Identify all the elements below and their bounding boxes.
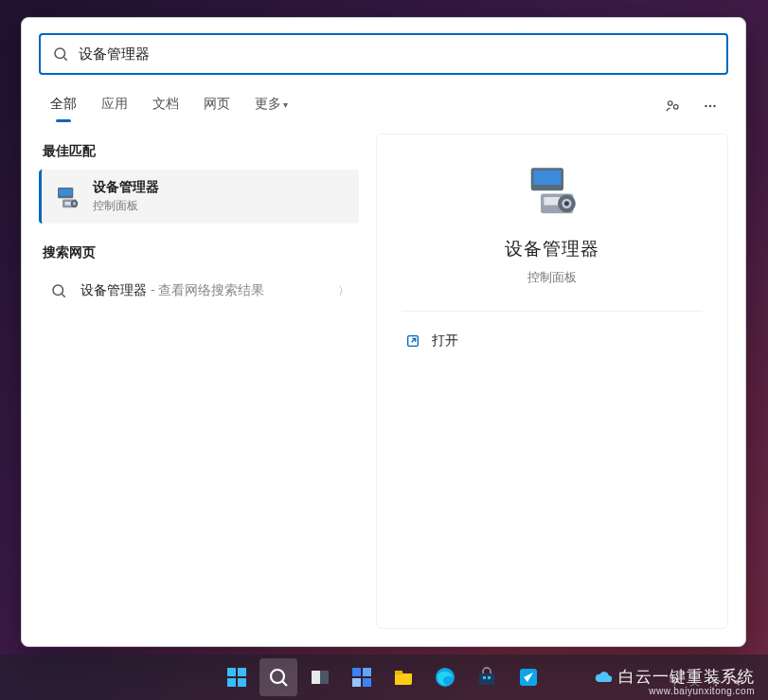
svg-point-27 bbox=[271, 670, 284, 683]
svg-point-41 bbox=[715, 684, 716, 685]
tab-documents[interactable]: 文档 bbox=[143, 88, 188, 124]
chevron-right-icon: 〉 bbox=[338, 283, 349, 299]
svg-point-4 bbox=[705, 105, 706, 107]
search-icon bbox=[50, 282, 67, 299]
svg-rect-33 bbox=[352, 678, 361, 687]
svg-rect-34 bbox=[363, 678, 371, 687]
svg-point-13 bbox=[53, 285, 63, 296]
more-options-icon[interactable] bbox=[694, 90, 726, 122]
svg-point-21 bbox=[564, 201, 569, 206]
svg-point-3 bbox=[674, 105, 679, 110]
svg-rect-37 bbox=[479, 673, 494, 685]
device-manager-icon bbox=[519, 163, 585, 220]
best-match-title: 设备管理器 bbox=[93, 179, 159, 196]
chevron-down-icon: ▾ bbox=[283, 99, 288, 110]
tray-ime-mode[interactable]: 英 bbox=[689, 674, 700, 689]
svg-point-6 bbox=[713, 105, 715, 107]
section-best-match: 最佳匹配 bbox=[39, 134, 359, 170]
best-match-subtitle: 控制面板 bbox=[93, 198, 159, 214]
start-search-panel: 全部 应用 文档 网页 更多▾ 最佳匹配 bbox=[21, 17, 746, 647]
svg-point-12 bbox=[73, 202, 77, 206]
tab-more[interactable]: 更多▾ bbox=[245, 88, 297, 124]
svg-point-0 bbox=[55, 48, 65, 59]
best-match-result[interactable]: 设备管理器 控制面板 bbox=[39, 170, 359, 224]
section-search-web: 搜索网页 bbox=[39, 235, 359, 271]
web-search-result[interactable]: 设备管理器 - 查看网络搜索结果 〉 bbox=[39, 271, 359, 311]
store-button[interactable] bbox=[468, 658, 506, 696]
svg-line-28 bbox=[282, 681, 287, 686]
svg-point-5 bbox=[709, 105, 711, 107]
device-manager-icon bbox=[53, 183, 81, 211]
search-icon bbox=[52, 45, 69, 63]
preview-title: 设备管理器 bbox=[505, 237, 599, 261]
svg-rect-39 bbox=[488, 676, 491, 679]
filter-tabs: 全部 应用 文档 网页 更多▾ bbox=[22, 75, 745, 124]
svg-line-14 bbox=[62, 294, 64, 296]
svg-rect-16 bbox=[533, 171, 561, 185]
svg-rect-23 bbox=[227, 668, 236, 676]
tab-all[interactable]: 全部 bbox=[41, 88, 86, 124]
tab-apps[interactable]: 应用 bbox=[92, 88, 137, 124]
preview-subtitle: 控制面板 bbox=[527, 269, 577, 286]
system-tray[interactable]: 中 英 bbox=[670, 674, 745, 689]
svg-rect-38 bbox=[483, 676, 486, 679]
start-button[interactable] bbox=[218, 658, 256, 696]
svg-point-2 bbox=[669, 101, 673, 106]
account-icon[interactable] bbox=[656, 90, 688, 122]
open-icon bbox=[405, 333, 420, 349]
edge-button[interactable] bbox=[426, 658, 464, 696]
file-explorer-button[interactable] bbox=[384, 658, 422, 696]
taskbar-search-button[interactable] bbox=[259, 658, 297, 696]
svg-rect-31 bbox=[352, 668, 361, 676]
pinned-app-button[interactable] bbox=[509, 658, 547, 696]
svg-rect-26 bbox=[238, 678, 246, 687]
svg-rect-30 bbox=[312, 671, 320, 684]
svg-rect-24 bbox=[238, 668, 246, 676]
search-box[interactable] bbox=[39, 33, 728, 75]
preview-pane: 设备管理器 控制面板 打开 bbox=[376, 134, 728, 629]
svg-rect-25 bbox=[227, 678, 236, 687]
svg-rect-8 bbox=[59, 188, 72, 196]
taskbar bbox=[0, 655, 768, 700]
tray-ime[interactable]: 中 bbox=[670, 674, 680, 689]
svg-rect-35 bbox=[395, 671, 402, 674]
divider bbox=[402, 311, 703, 312]
open-action[interactable]: 打开 bbox=[402, 327, 462, 355]
svg-line-1 bbox=[63, 57, 66, 60]
open-label: 打开 bbox=[432, 332, 458, 350]
wifi-icon[interactable] bbox=[709, 675, 723, 689]
results-column: 最佳匹配 设备管理器 控制面板 搜索网页 设备管理器 - 查看 bbox=[39, 134, 359, 629]
search-input[interactable] bbox=[79, 46, 715, 63]
tab-web[interactable]: 网页 bbox=[194, 88, 240, 124]
web-result-term: 设备管理器 bbox=[80, 282, 147, 297]
volume-icon[interactable] bbox=[732, 675, 745, 689]
task-view-button[interactable] bbox=[301, 658, 339, 696]
svg-rect-32 bbox=[363, 668, 371, 676]
web-result-suffix: - 查看网络搜索结果 bbox=[147, 282, 264, 297]
widgets-button[interactable] bbox=[343, 658, 381, 696]
